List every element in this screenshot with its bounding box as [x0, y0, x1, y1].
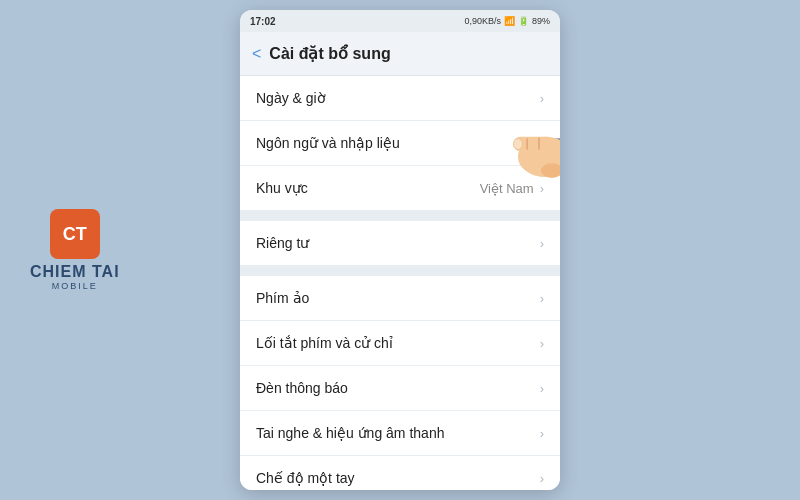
logo-brand: CHIEM TAI	[30, 263, 120, 281]
svg-point-6	[513, 139, 522, 150]
menu-item-shortcuts[interactable]: Lối tắt phím và cử chỉ ›	[240, 321, 560, 366]
svg-rect-2	[513, 137, 554, 152]
phone-container: 17:02 0,90KB/s 📶 🔋 89% < Cài đặt bổ sung…	[240, 10, 560, 490]
menu-item-notification-light[interactable]: Đèn thông báo ›	[240, 366, 560, 411]
wifi-icon: 📶	[504, 16, 515, 26]
region-value: Việt Nam	[480, 181, 534, 196]
menu-right-notification-light: ›	[540, 381, 544, 396]
menu-label-date-time: Ngày & giờ	[256, 90, 326, 106]
menu-label-one-hand: Chế độ một tay	[256, 470, 355, 486]
menu-label-shortcuts: Lối tắt phím và cử chỉ	[256, 335, 393, 351]
chevron-region: ›	[540, 181, 544, 196]
chevron-language: ›	[540, 136, 544, 151]
menu-item-virtual-keyboard[interactable]: Phím ảo ›	[240, 276, 560, 321]
status-time: 17:02	[250, 16, 276, 27]
page-title: Cài đặt bổ sung	[269, 44, 390, 63]
menu-right-privacy: ›	[540, 236, 544, 251]
status-bar: 17:02 0,90KB/s 📶 🔋 89%	[240, 10, 560, 32]
chevron-one-hand: ›	[540, 471, 544, 486]
menu-item-privacy[interactable]: Riêng tư ›	[240, 221, 560, 266]
menu-item-audio[interactable]: Tai nghe & hiệu ứng âm thanh ›	[240, 411, 560, 456]
menu-label-privacy: Riêng tư	[256, 235, 309, 251]
chevron-virtual-keyboard: ›	[540, 291, 544, 306]
logo-initials: CT	[63, 224, 87, 245]
menu-item-one-hand[interactable]: Chế độ một tay ›	[240, 456, 560, 490]
menu-item-date-time[interactable]: Ngày & giờ ›	[240, 76, 560, 121]
menu-spacer-2	[240, 266, 560, 276]
menu-right-virtual-keyboard: ›	[540, 291, 544, 306]
chevron-privacy: ›	[540, 236, 544, 251]
logo-sub: MOBILE	[52, 281, 98, 291]
status-icons: 0,90KB/s 📶 🔋 89%	[464, 16, 550, 26]
menu-spacer-1	[240, 211, 560, 221]
menu-right-region: Việt Nam ›	[480, 181, 544, 196]
menu-label-audio: Tai nghe & hiệu ứng âm thanh	[256, 425, 444, 441]
chevron-audio: ›	[540, 426, 544, 441]
menu-list: Ngày & giờ › Ngôn ngữ và nhập liệu ›	[240, 76, 560, 490]
chevron-shortcuts: ›	[540, 336, 544, 351]
battery-level: 89%	[532, 16, 550, 26]
logo-area: CT CHIEM TAI MOBILE	[30, 209, 120, 291]
battery-icon: 🔋	[518, 16, 529, 26]
back-button[interactable]: <	[252, 45, 261, 63]
logo-badge: CT	[50, 209, 100, 259]
page-header: < Cài đặt bổ sung	[240, 32, 560, 76]
menu-right-language: ›	[540, 136, 544, 151]
network-speed: 0,90KB/s	[464, 16, 501, 26]
menu-label-region: Khu vực	[256, 180, 308, 196]
menu-label-virtual-keyboard: Phím ảo	[256, 290, 309, 306]
menu-right-date-time: ›	[540, 91, 544, 106]
menu-label-notification-light: Đèn thông báo	[256, 380, 348, 396]
menu-label-language: Ngôn ngữ và nhập liệu	[256, 135, 400, 151]
chevron-date-time: ›	[540, 91, 544, 106]
menu-right-audio: ›	[540, 426, 544, 441]
menu-right-shortcuts: ›	[540, 336, 544, 351]
menu-item-region[interactable]: Khu vực Việt Nam ›	[240, 166, 560, 211]
menu-right-one-hand: ›	[540, 471, 544, 486]
menu-item-language[interactable]: Ngôn ngữ và nhập liệu ›	[240, 121, 560, 166]
chevron-notification-light: ›	[540, 381, 544, 396]
